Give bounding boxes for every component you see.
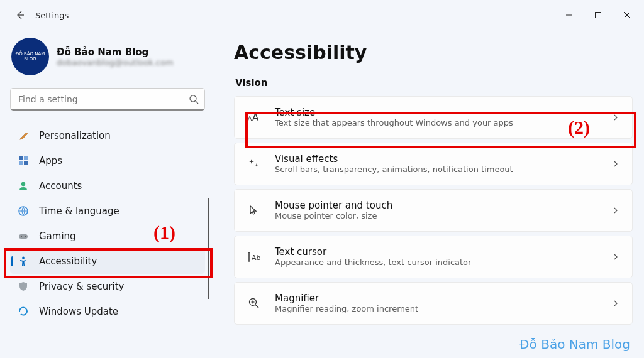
svg-rect-9: [24, 161, 28, 165]
svg-rect-13: [19, 234, 28, 239]
sidebar-nav: Personalization Apps Accounts Time & lan…: [10, 123, 205, 324]
svg-rect-6: [19, 156, 23, 160]
gamepad-icon: [18, 231, 29, 242]
text-size-icon: AA: [247, 111, 261, 124]
brush-icon: [18, 130, 29, 141]
svg-rect-7: [24, 156, 28, 160]
card-title: Magnifier: [275, 293, 598, 304]
svg-point-16: [22, 257, 25, 259]
globe-clock-icon: [18, 205, 29, 217]
sidebar-item-label: Apps: [39, 155, 62, 166]
sidebar-item-privacy-security[interactable]: Privacy & security: [10, 274, 205, 299]
sparkles-icon: [247, 158, 261, 170]
maximize-button[interactable]: [584, 5, 613, 25]
card-title: Text cursor: [275, 246, 598, 258]
person-icon: [18, 180, 29, 192]
sidebar-item-label: Gaming: [39, 231, 76, 242]
search-input[interactable]: [10, 88, 205, 111]
profile-block[interactable]: ĐỖ BẢO NAM BLOG Đỗ Bảo Nam Blog dobaovan…: [10, 30, 205, 88]
card-subtitle: Text size that appears throughout Window…: [275, 118, 598, 129]
card-subtitle: Magnifier reading, zoom increment: [275, 304, 598, 315]
profile-name: Đỗ Bảo Nam Blog: [57, 46, 174, 58]
profile-email: dobaovanblog@outlook.com: [57, 58, 174, 67]
card-title: Mouse pointer and touch: [275, 200, 598, 211]
card-text-size[interactable]: AA Text size Text size that appears thro…: [234, 96, 633, 139]
sidebar-item-label: Personalization: [39, 130, 111, 141]
avatar: ĐỖ BẢO NAM BLOG: [11, 38, 49, 75]
card-subtitle: Mouse pointer color, size: [275, 211, 598, 222]
svg-line-5: [196, 101, 198, 104]
svg-text:Ab: Ab: [252, 254, 261, 262]
back-button[interactable]: [8, 3, 33, 28]
sidebar-item-label: Accounts: [39, 180, 82, 192]
cursor-icon: [247, 204, 261, 217]
sidebar-item-label: Accessibility: [39, 256, 97, 267]
chevron-right-icon: [612, 205, 619, 217]
section-header-vision: Vision: [235, 77, 633, 89]
accessibility-icon: [18, 256, 29, 267]
search-box[interactable]: [10, 88, 205, 111]
close-button[interactable]: [613, 5, 641, 25]
chevron-right-icon: [612, 158, 619, 170]
svg-text:A: A: [248, 116, 252, 122]
sidebar-item-label: Privacy & security: [39, 281, 124, 292]
magnifier-icon: [247, 297, 261, 310]
sidebar-item-label: Windows Update: [39, 306, 118, 317]
app-title: Settings: [35, 11, 69, 20]
sidebar-item-gaming[interactable]: Gaming: [10, 224, 205, 249]
sidebar-item-accounts[interactable]: Accounts: [10, 173, 205, 198]
svg-point-14: [21, 236, 22, 237]
search-icon: [189, 94, 199, 104]
svg-point-4: [190, 95, 196, 102]
card-magnifier[interactable]: Magnifier Magnifier reading, zoom increm…: [234, 282, 633, 325]
sidebar-item-accessibility[interactable]: Accessibility: [10, 249, 205, 274]
text-cursor-icon: Ab: [247, 251, 261, 263]
svg-text:A: A: [252, 112, 259, 123]
shield-icon: [18, 281, 29, 292]
apps-icon: [18, 155, 29, 166]
card-mouse-pointer[interactable]: Mouse pointer and touch Mouse pointer co…: [234, 189, 633, 232]
svg-point-10: [21, 182, 25, 186]
chevron-right-icon: [612, 251, 619, 263]
svg-rect-8: [19, 161, 23, 165]
page-title: Accessibility: [234, 41, 633, 63]
sidebar-item-windows-update[interactable]: Windows Update: [10, 299, 205, 324]
minimize-button[interactable]: [555, 5, 584, 25]
svg-point-15: [25, 236, 26, 237]
card-visual-effects[interactable]: Visual effects Scroll bars, transparency…: [234, 143, 633, 185]
card-title: Text size: [275, 107, 598, 118]
chevron-right-icon: [612, 298, 619, 310]
update-icon: [18, 306, 29, 317]
card-title: Visual effects: [275, 153, 598, 165]
svg-rect-1: [596, 13, 601, 18]
card-subtitle: Scroll bars, transparency, animations, n…: [275, 165, 598, 175]
sidebar-item-time-language[interactable]: Time & language: [10, 198, 205, 224]
svg-line-24: [256, 305, 259, 308]
card-subtitle: Appearance and thickness, text cursor in…: [275, 258, 598, 268]
sidebar-item-label: Time & language: [39, 205, 119, 217]
sidebar-item-personalization[interactable]: Personalization: [10, 123, 205, 148]
sidebar-item-apps[interactable]: Apps: [10, 148, 205, 173]
card-text-cursor[interactable]: Ab Text cursor Appearance and thickness,…: [234, 236, 633, 278]
chevron-right-icon: [612, 112, 619, 124]
